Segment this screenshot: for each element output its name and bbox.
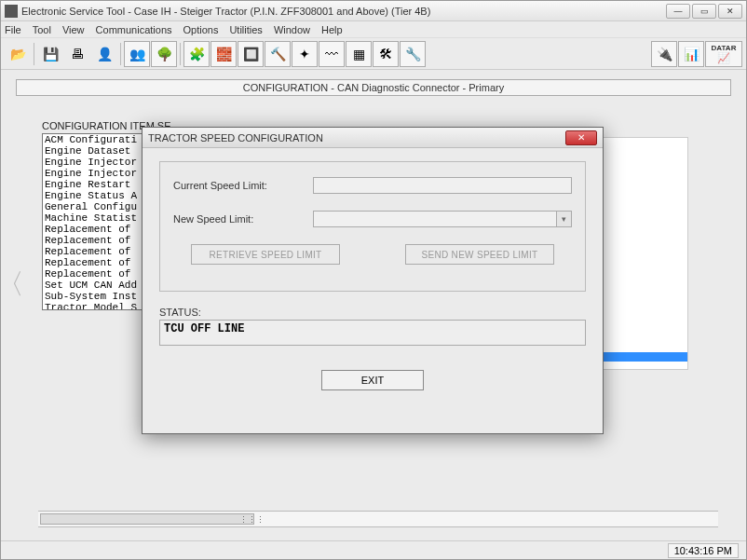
current-speed-label: Current Speed Limit:	[173, 180, 313, 191]
new-speed-row: New Speed Limit: ▾	[173, 211, 572, 227]
list-item[interactable]: Engine Status A	[43, 190, 143, 201]
minimize-button[interactable]: —	[666, 4, 690, 19]
wrench-icon[interactable]: 🔧	[400, 41, 426, 67]
datar-icon[interactable]: DATAR📈	[705, 41, 742, 67]
list-item[interactable]: Replacement of	[43, 224, 143, 235]
menu-file[interactable]: File	[5, 24, 21, 35]
detail-selection-strip	[598, 352, 687, 362]
tools-icon[interactable]: 🛠	[373, 41, 399, 67]
new-speed-combo[interactable]: ▾	[313, 211, 572, 227]
current-speed-row: Current Speed Limit:	[173, 177, 572, 194]
list-item[interactable]: Replacement of	[43, 235, 143, 246]
list-item[interactable]: Tractor Model S	[43, 302, 143, 310]
new-speed-label: New Speed Limit:	[173, 213, 313, 225]
dialog-title: TRACTOR SPEED CONFIGURATION	[148, 132, 323, 143]
wave-icon[interactable]: 〰	[319, 41, 345, 67]
scroll-thumb[interactable]	[40, 513, 254, 525]
list-item[interactable]: Replacement of	[43, 268, 143, 280]
menu-utilities[interactable]: Utilities	[229, 24, 262, 35]
toolbar-sep	[34, 43, 34, 65]
status-field: TCU OFF LINE	[159, 320, 586, 346]
hammer-icon[interactable]: 🔨	[265, 41, 291, 67]
detail-panel	[597, 137, 688, 370]
toolbar: 📂 💾 🖶 👤 👥 🌳 🧩 🧱 🔲 🔨 ✦ 〰 ▦ 🛠 🔧 🔌 📊 DATAR📈	[1, 38, 746, 70]
config-header-bar: CONFIGURATION - CAN Diagnostic Connector…	[16, 79, 731, 96]
tractor-speed-config-dialog: TRACTOR SPEED CONFIGURATION ✕ Current Sp…	[142, 127, 604, 434]
speed-buttons-row: RETRIEVE SPEED LIMIT SEND NEW SPEED LIMI…	[173, 244, 572, 265]
dialog-close-button[interactable]: ✕	[565, 130, 597, 145]
open-icon[interactable]: 📂	[5, 41, 31, 67]
close-button[interactable]: ✕	[718, 4, 742, 19]
app-icon	[5, 5, 18, 18]
exit-button[interactable]: EXIT	[321, 370, 424, 390]
combo-text	[314, 212, 556, 226]
menu-help[interactable]: Help	[321, 24, 343, 35]
menubar: File Tool View Communications Options Ut…	[1, 21, 746, 38]
current-speed-field	[313, 177, 572, 194]
menu-view[interactable]: View	[62, 24, 85, 35]
list-item[interactable]: Sub-System Inst	[43, 291, 143, 302]
list-item[interactable]: Machine Statist	[43, 212, 143, 224]
list-item[interactable]: ACM Configurati	[43, 134, 143, 145]
send-speed-button[interactable]: SEND NEW SPEED LIMIT	[405, 244, 554, 265]
plug-icon[interactable]: 🔌	[651, 41, 677, 67]
config-item-listbox[interactable]: ACM ConfiguratiEngine DatasetEngine Inje…	[42, 133, 144, 310]
list-item[interactable]: Engine Injector	[43, 157, 143, 168]
status-label: STATUS:	[159, 307, 586, 318]
dialog-body: Current Speed Limit: New Speed Limit: ▾ …	[143, 148, 603, 403]
horizontal-scrollbar[interactable]: ⋮⋮⋮	[38, 511, 718, 527]
save-icon[interactable]: 💾	[37, 41, 63, 67]
dialog-titlebar[interactable]: TRACTOR SPEED CONFIGURATION ✕	[143, 128, 603, 148]
list-item[interactable]: Engine Restart	[43, 179, 143, 190]
scroll-grip-icon: ⋮⋮⋮	[239, 515, 265, 525]
menu-communications[interactable]: Communications	[96, 24, 172, 35]
tree3-icon[interactable]: 🧱	[211, 41, 237, 67]
toolbar-sep	[180, 43, 181, 65]
list-item[interactable]: Replacement of	[43, 246, 143, 257]
tree2-icon[interactable]: 🧩	[183, 41, 210, 67]
titlebar-text: Electronic Service Tool - Case IH - Stei…	[21, 6, 664, 17]
list-item[interactable]: Set UCM CAN Add	[43, 280, 143, 291]
single-icon[interactable]: 👤	[91, 41, 117, 67]
status-bar: 10:43:16 PM	[1, 540, 746, 559]
menu-tool[interactable]: Tool	[33, 24, 51, 35]
grid-icon[interactable]: 🔲	[238, 41, 264, 67]
chart-icon[interactable]: 📊	[678, 41, 704, 67]
print-icon[interactable]: 🖶	[64, 41, 90, 67]
toolbar-sep	[120, 43, 121, 65]
nav-left-arrow-icon[interactable]: 〈	[0, 266, 21, 303]
list-item[interactable]: Engine Injector	[43, 168, 143, 179]
menu-options[interactable]: Options	[183, 24, 219, 35]
retrieve-speed-button[interactable]: RETRIEVE SPEED LIMIT	[191, 244, 340, 265]
boxes-icon[interactable]: ▦	[346, 41, 372, 67]
tree1-icon[interactable]: 🌳	[151, 41, 177, 67]
titlebar[interactable]: Electronic Service Tool - Case IH - Stei…	[1, 1, 746, 21]
list-item[interactable]: Engine Dataset	[43, 145, 143, 157]
list-item[interactable]: Replacement of	[43, 257, 143, 268]
maximize-button[interactable]: ▭	[692, 4, 716, 19]
menu-window[interactable]: Window	[274, 24, 310, 35]
speed-limit-group: Current Speed Limit: New Speed Limit: ▾ …	[159, 161, 586, 292]
group-icon[interactable]: 👥	[124, 41, 150, 67]
chevron-down-icon[interactable]: ▾	[556, 212, 571, 226]
list-item[interactable]: General Configu	[43, 201, 143, 212]
star-icon[interactable]: ✦	[292, 41, 318, 67]
clock: 10:43:16 PM	[668, 543, 739, 558]
exit-row: EXIT	[159, 370, 586, 390]
